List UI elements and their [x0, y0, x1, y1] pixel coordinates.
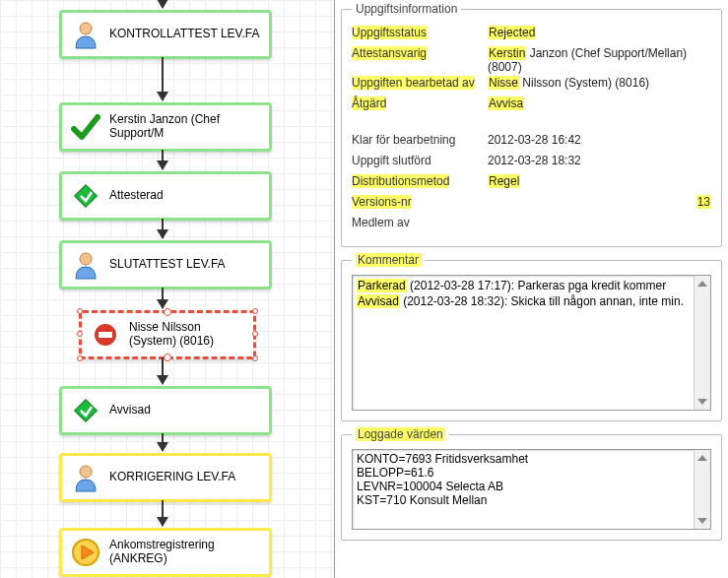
flow-node[interactable]: Ankomstregistrering (ANKREG) — [59, 528, 272, 577]
comment-textarea[interactable]: Parkerad (2012-03-28 17:17): Parkeras pg… — [352, 275, 711, 411]
info-label: Medlem av — [352, 216, 488, 229]
info-row: ÅtgärdAvvisa — [352, 96, 711, 115]
flow-arrow — [162, 219, 164, 238]
info-row: AttestansvarigKerstin Janzon (Chef Suppo… — [352, 46, 711, 74]
info-label: Versions-nr — [352, 195, 488, 209]
info-label: Klar för bearbetning — [352, 133, 488, 147]
info-row: Klar för bearbetning2012-03-28 16:42 — [352, 133, 711, 152]
flow-node[interactable]: Nisse Nilsson (System) (8016) — [79, 310, 256, 359]
info-label: Uppgift slutförd — [352, 154, 488, 167]
flow-node[interactable]: Attesterad — [59, 171, 272, 221]
selection-handle[interactable] — [77, 355, 83, 361]
flow-arrow — [162, 150, 164, 169]
info-value: Rejected — [488, 26, 711, 39]
log-line: LEVNR=100004 Selecta AB — [357, 480, 689, 493]
flow-node-label: Attesterad — [109, 189, 164, 203]
info-label: Uppgiften bearbetad av — [352, 76, 488, 90]
log-line: BELOPP=61.6 — [357, 466, 689, 480]
flow-arrow — [162, 500, 164, 526]
flow-node[interactable]: KONTROLLATTEST LEV.FA — [59, 10, 272, 59]
flow-arrow — [162, 288, 164, 308]
flow-node-label: Nisse Nilsson (System) (8016) — [129, 321, 247, 349]
comment-entry: Parkerad (2012-03-28 17:17): Parkeras pg… — [357, 278, 689, 293]
svg-point-6 — [80, 466, 92, 478]
info-label: Åtgärd — [352, 96, 488, 110]
check-icon — [68, 109, 103, 145]
svg-rect-5 — [75, 400, 98, 422]
info-value: Regel — [488, 174, 711, 188]
diamond-icon — [68, 393, 103, 428]
user-icon — [68, 17, 103, 52]
log-line: KST=710 Konsult Mellan — [357, 493, 689, 507]
logged-values-legend: Loggade värden — [352, 427, 449, 441]
flow-arrow — [162, 57, 164, 100]
info-row: Uppgiften bearbetad avNisse Nilsson (Sys… — [352, 76, 711, 95]
log-line: KONTO=7693 Fritidsverksamhet — [357, 452, 689, 466]
selection-handle[interactable] — [252, 331, 258, 337]
svg-point-2 — [80, 253, 92, 265]
selection-handle[interactable] — [252, 355, 258, 361]
comment-entry: Avvisad (2012-03-28 18:32): Skicka till … — [357, 293, 689, 309]
svg-point-0 — [80, 23, 92, 34]
flow-node-label: KONTROLLATTEST LEV.FA — [109, 28, 260, 41]
info-value: Nisse Nilsson (System) (8016) — [488, 76, 711, 90]
comment-group: Kommentar Parkerad (2012-03-28 17:17): P… — [341, 253, 722, 421]
info-label: Distributionsmetod — [352, 174, 488, 188]
info-row: Uppgift slutförd2012-03-28 18:32 — [352, 154, 711, 172]
scrollbar[interactable] — [694, 450, 710, 529]
details-pane: Uppgiftsinformation UppgiftsstatusReject… — [335, 0, 728, 578]
info-value: 2012-03-28 18:32 — [488, 154, 711, 167]
flow-arrow — [162, 357, 164, 384]
comment-legend: Kommentar — [352, 253, 425, 267]
flow-node[interactable]: SLUTATTEST LEV.FA — [59, 240, 272, 289]
flow-arrow — [162, 0, 164, 8]
flow-arrow — [162, 433, 164, 451]
user-icon — [68, 460, 103, 495]
flow-node-label: KORRIGERING LEV.FA — [109, 471, 235, 484]
flow-node-label: Avvisad — [109, 404, 151, 417]
info-label: Attestansvarig — [352, 46, 488, 60]
flow-node[interactable]: Kerstin Janzon (Chef Support/M — [59, 102, 272, 152]
info-row: DistributionsmetodRegel — [352, 174, 711, 193]
task-info-group: Uppgiftsinformation UppgiftsstatusReject… — [341, 2, 722, 247]
flow-node-label: Ankomstregistrering (ANKREG) — [109, 539, 263, 566]
info-label: Uppgiftsstatus — [352, 26, 488, 39]
diamond-icon — [68, 178, 103, 214]
task-info-legend: Uppgiftsinformation — [352, 2, 461, 16]
log-textarea[interactable]: KONTO=7693 FritidsverksamhetBELOPP=61.6L… — [352, 449, 711, 530]
flow-node[interactable]: Avvisad — [59, 386, 272, 435]
info-row: UppgiftsstatusRejected — [352, 26, 711, 44]
selection-handle[interactable] — [77, 308, 83, 314]
info-value: Avvisa — [488, 96, 711, 110]
info-value: Kerstin Janzon (Chef Support/Mellan) (80… — [488, 46, 711, 74]
logged-values-group: Loggade värden KONTO=7693 Fritidsverksam… — [341, 427, 722, 541]
user-icon — [68, 247, 103, 283]
flow-node[interactable]: KORRIGERING LEV.FA — [59, 453, 272, 502]
selection-handle[interactable] — [252, 308, 258, 314]
stop-icon — [88, 317, 123, 353]
scrollbar[interactable] — [694, 276, 710, 410]
svg-rect-1 — [75, 185, 98, 208]
info-row: Versions-nr13 — [352, 195, 711, 214]
flow-node-label: Kerstin Janzon (Chef Support/M — [109, 113, 263, 141]
play-icon — [68, 535, 103, 570]
svg-rect-4 — [99, 332, 112, 338]
selection-handle[interactable] — [77, 331, 83, 337]
info-value: 13 — [488, 195, 711, 209]
info-row: Medlem av — [352, 216, 711, 234]
flow-node-label: SLUTATTEST LEV.FA — [109, 258, 226, 272]
info-value: 2012-03-28 16:42 — [488, 133, 711, 147]
workflow-canvas[interactable]: KONTROLLATTEST LEV.FAKerstin Janzon (Che… — [0, 0, 335, 578]
